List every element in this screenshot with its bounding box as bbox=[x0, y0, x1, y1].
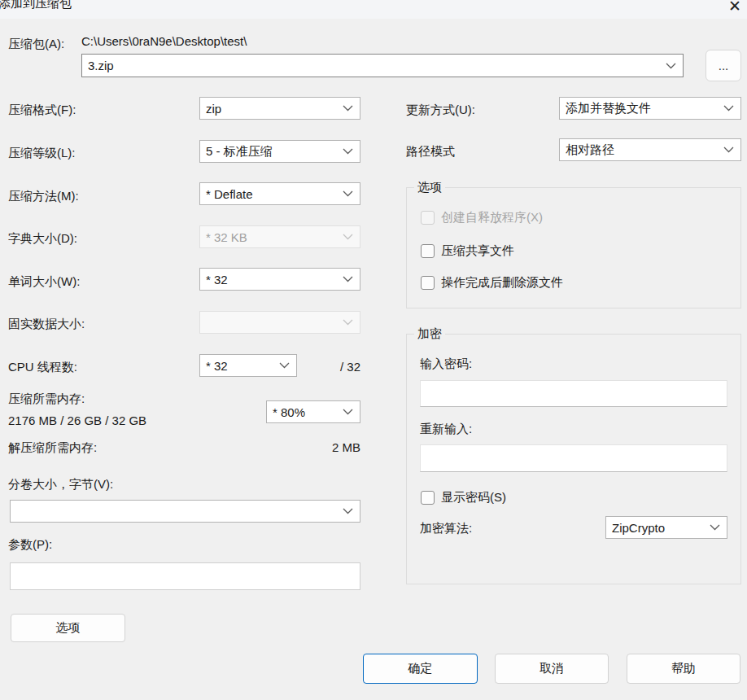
memory-usage-value: * 80% bbox=[273, 405, 305, 419]
word-size-value: * 32 bbox=[206, 273, 228, 287]
cpu-threads-max: / 32 bbox=[281, 360, 360, 374]
format-value: zip bbox=[206, 102, 221, 116]
dictionary-combobox: * 32 KB bbox=[199, 225, 360, 248]
chevron-down-icon bbox=[343, 409, 353, 415]
close-icon[interactable]: ✕ bbox=[724, 0, 745, 16]
format-combobox[interactable]: zip bbox=[199, 97, 360, 120]
chevron-down-icon bbox=[343, 319, 353, 326]
checkbox-icon bbox=[421, 491, 435, 505]
compress-shared-checkbox[interactable]: 压缩共享文件 bbox=[421, 243, 514, 259]
delete-after-label: 操作完成后删除源文件 bbox=[441, 275, 563, 291]
method-label: 压缩方法(M): bbox=[8, 189, 79, 204]
archive-label: 压缩包(A): bbox=[8, 37, 64, 52]
volume-size-label: 分卷大小，字节(V): bbox=[8, 477, 113, 492]
path-mode-label: 路径模式 bbox=[406, 144, 455, 160]
path-mode-combobox[interactable]: 相对路径 bbox=[559, 138, 741, 161]
enter-password-input[interactable] bbox=[420, 380, 727, 407]
chevron-down-icon bbox=[723, 105, 734, 112]
encryption-group-title: 加密 bbox=[414, 326, 445, 342]
archive-name-value: 3.zip bbox=[88, 59, 114, 72]
options-button[interactable]: 选项 bbox=[11, 614, 125, 642]
help-button[interactable]: 帮助 bbox=[627, 654, 740, 684]
archive-name-combobox[interactable]: 3.zip bbox=[81, 54, 684, 77]
browse-button[interactable]: ... bbox=[706, 50, 741, 81]
chevron-down-icon bbox=[343, 508, 353, 514]
chevron-down-icon bbox=[710, 524, 720, 531]
chevron-down-icon bbox=[343, 190, 353, 197]
method-value: * Deflate bbox=[206, 187, 253, 201]
volume-size-combobox[interactable] bbox=[10, 500, 360, 523]
delete-after-checkbox[interactable]: 操作完成后删除源文件 bbox=[421, 275, 563, 291]
checkbox-icon bbox=[421, 244, 435, 258]
memory-usage-combobox[interactable]: * 80% bbox=[266, 400, 360, 423]
update-mode-combobox[interactable]: 添加并替换文件 bbox=[559, 97, 741, 120]
ok-button[interactable]: 确定 bbox=[363, 654, 478, 684]
reenter-password-label: 重新输入: bbox=[420, 422, 472, 437]
solid-size-combobox bbox=[199, 311, 360, 334]
options-group-title: 选项 bbox=[414, 180, 445, 195]
create-sfx-checkbox: 创建自释放程序(X) bbox=[421, 210, 543, 225]
update-mode-label: 更新方式(U): bbox=[406, 103, 475, 118]
create-sfx-label: 创建自释放程序(X) bbox=[441, 210, 543, 225]
encryption-method-combobox[interactable]: ZipCrypto bbox=[605, 516, 727, 539]
chevron-down-icon bbox=[343, 276, 353, 282]
compress-shared-label: 压缩共享文件 bbox=[441, 243, 514, 259]
encryption-method-value: ZipCrypto bbox=[612, 521, 665, 535]
parameters-label: 参数(P): bbox=[8, 537, 52, 553]
word-size-label: 单词大小(W): bbox=[8, 274, 80, 290]
window-title: 添加到压缩包 bbox=[0, 0, 72, 11]
format-label: 压缩格式(F): bbox=[8, 103, 76, 118]
show-password-checkbox[interactable]: 显示密码(S) bbox=[421, 490, 506, 505]
memory-compress-label: 压缩所需内存: bbox=[8, 392, 85, 407]
cpu-threads-label: CPU 线程数: bbox=[8, 360, 77, 375]
update-mode-value: 添加并替换文件 bbox=[566, 101, 651, 116]
chevron-down-icon bbox=[343, 105, 353, 112]
path-mode-value: 相对路径 bbox=[566, 142, 614, 158]
checkbox-icon bbox=[421, 211, 435, 225]
reenter-password-input[interactable] bbox=[420, 444, 727, 472]
dictionary-label: 字典大小(D): bbox=[8, 231, 77, 247]
enter-password-label: 输入密码: bbox=[420, 357, 472, 372]
chevron-down-icon bbox=[723, 147, 734, 153]
chevron-down-icon bbox=[343, 234, 353, 240]
solid-size-label: 固实数据大小: bbox=[8, 317, 85, 332]
memory-decompress-label: 解压缩所需内存: bbox=[8, 440, 97, 456]
word-size-combobox[interactable]: * 32 bbox=[199, 268, 360, 291]
level-value: 5 - 标准压缩 bbox=[206, 144, 273, 160]
dictionary-value: * 32 KB bbox=[206, 230, 247, 244]
memory-decompress-value: 2 MB bbox=[279, 440, 360, 454]
archive-path: C:\Users\0raN9e\Desktop\test\ bbox=[81, 34, 247, 48]
chevron-down-icon bbox=[343, 148, 353, 155]
cpu-threads-value: * 32 bbox=[206, 359, 228, 373]
cancel-button[interactable]: 取消 bbox=[495, 654, 609, 684]
memory-compress-detail: 2176 MB / 26 GB / 32 GB bbox=[8, 413, 146, 427]
show-password-label: 显示密码(S) bbox=[441, 490, 506, 505]
checkbox-icon bbox=[421, 276, 435, 290]
encryption-method-label: 加密算法: bbox=[420, 521, 472, 536]
level-combobox[interactable]: 5 - 标准压缩 bbox=[199, 140, 360, 163]
method-combobox[interactable]: * Deflate bbox=[199, 182, 360, 205]
title-bar: 添加到压缩包 ✕ bbox=[0, 0, 747, 19]
chevron-down-icon bbox=[666, 63, 676, 69]
parameters-input[interactable] bbox=[10, 562, 360, 590]
level-label: 压缩等级(L): bbox=[8, 146, 76, 161]
